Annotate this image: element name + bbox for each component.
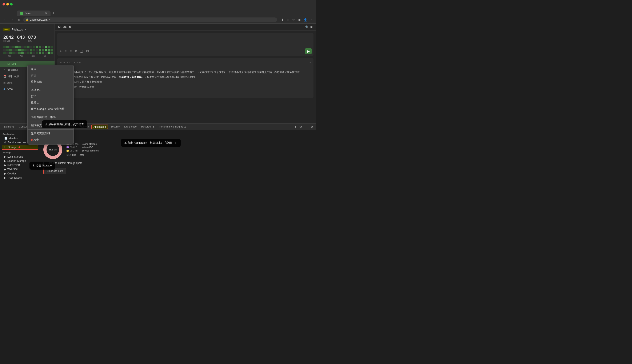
hm-cell [12,46,15,48]
ctx-back[interactable]: 返回 [28,66,74,72]
nav-memo-label: MEMO [7,62,16,66]
ctx-reload[interactable]: 重新加载 [28,79,74,85]
dt-storage-label: Storage [8,146,17,149]
hash-button[interactable]: # [59,49,62,53]
download-icon[interactable]: ⬇ [280,18,285,22]
hm-cell [33,48,35,51]
dt-item-local-storage[interactable]: ▶ Local Storage [0,155,40,159]
close-button[interactable] [3,3,5,6]
hm-cell [30,48,33,51]
sidebar-icon[interactable]: ▣ [297,18,301,22]
back-button[interactable]: ← [2,17,8,22]
lock-icon: 🔒 [26,18,29,21]
bookmark-icon[interactable]: ☆ [291,18,296,22]
hm-cell [45,46,47,48]
share-icon[interactable]: ⬆ [286,18,290,22]
ctx-view-source[interactable]: 显示网页源代码 [28,130,74,137]
hm-cell [15,48,18,51]
search-icon[interactable]: 🔍 [305,26,309,28]
memo-title-text: MEMO [58,25,67,28]
dt-item-trust-tokens[interactable]: ▶ Trust Tokens [0,176,40,180]
ctx-separator-2 [28,113,74,113]
url-text: v.flomoapp.com/? [30,18,50,21]
hm-cell [15,46,18,48]
ctx-save[interactable]: 存储为... [28,87,74,93]
memo-card-title: 反向定位： [60,65,311,69]
more-icon[interactable]: ⋮ [309,18,314,22]
hm-cell [18,46,21,48]
dt-item-cookies[interactable]: ▶ Cookies [0,172,40,176]
hm-cell [42,52,44,54]
stat-day: 873 DAY [28,34,36,42]
tag-icon: ◆ [3,88,5,90]
main-area: PRO Plidezus ▼ 2842 MEMO 643 TAG 873 DAY [0,24,316,182]
nav-area-label: Area [7,87,13,90]
browser-tab-flomo[interactable]: flomo ✕ [17,10,51,16]
heatmap: 6月 7月 8月 9月 [0,44,55,60]
tab-title: flomo [25,12,31,15]
ctx-separator-1 [28,86,74,86]
settings-icon[interactable]: ⚙ [299,125,303,129]
reload-button[interactable]: ↻ [17,17,22,22]
hm-cell [18,48,21,51]
dt-tab-perf-insights[interactable]: Performance insights ▲ [158,124,189,130]
send-button[interactable]: ▶ [305,48,312,54]
filter-icon[interactable]: ⊞ [310,26,313,28]
numbered-button[interactable]: ≡ [69,49,73,53]
clear-btn-container: Clear site data [43,168,313,174]
underline-button[interactable]: U [80,49,83,53]
hm-cell [42,46,44,48]
url-bar[interactable]: 🔒 v.flomoapp.com/? [23,18,277,22]
hm-label-7: 7月 [20,55,23,58]
websql-icon: ▶ [4,168,6,171]
more-options-icon[interactable]: ⋮ [304,125,309,129]
indexeddb-icon: ▶ [4,164,6,167]
address-bar: ← → ↻ 🔒 v.flomoapp.com/? ⬇ ⬆ ☆ ▣ 👤 ⋮ [0,16,316,24]
context-menu: 返回 前进 重新加载 存储为... 打印... 投放... 使用 Google … [27,64,74,144]
minimize-button[interactable] [6,3,9,6]
hm-cell [24,52,27,54]
bold-button[interactable]: B [74,49,78,53]
storage-total: 65.1 MB Total [67,154,99,156]
hm-cell [18,52,21,54]
heatmap-grid [3,46,51,54]
dt-sw-label: Service Workers [8,141,26,144]
hm-cell [36,48,38,51]
dt-item-storage[interactable]: 🗄 Storage [2,145,38,150]
maximize-button[interactable] [10,3,13,6]
ctx-forward[interactable]: 前进 [28,72,74,79]
hm-cell [21,48,24,51]
step-3-text: 3. 点击 Storage [33,164,52,167]
memo-more-button[interactable]: ··· [309,61,311,64]
memo-card-header: 2022-08-31 15:14:21 ··· [60,61,311,64]
ctx-print[interactable]: 打印... [28,93,74,100]
hm-cell [45,52,47,54]
ctx-qrcode[interactable]: 为此页面创建二维码 [28,114,74,120]
hm-cell [30,52,33,54]
ctx-cast[interactable]: 投放... [28,100,74,106]
idb-size: 398 kB [70,146,81,148]
dt-tab-lighthouse[interactable]: Lighthouse [122,124,139,130]
forward-button[interactable]: → [9,17,15,22]
dt-tab-elements[interactable]: Elements [2,124,17,130]
ctx-inspect[interactable]: 检查 [28,137,74,143]
hm-cell [48,52,50,54]
dt-tab-recorder[interactable]: Recorder ▲ [139,124,157,130]
hm-label-9: 9月 [44,55,47,58]
hm-cell [9,46,12,48]
tab-close-icon[interactable]: ✕ [45,12,47,15]
hm-cell [3,52,6,54]
new-tab-button[interactable]: + [51,10,57,16]
close-devtools-icon[interactable]: ✕ [310,125,314,129]
storage-red-dot [19,146,20,148]
dt-tab-application[interactable]: Application [91,124,108,129]
account-icon[interactable]: 👤 [303,18,308,22]
image-button[interactable]: 🖼 [85,49,90,53]
memo-text-input[interactable] [59,35,312,45]
memo-refresh-icon[interactable]: ↻ [69,25,71,28]
dt-tab-security[interactable]: Security [109,124,122,130]
bullet-button[interactable]: ≡ [64,49,67,53]
browser-actions: ⬇ ⬆ ☆ ▣ 👤 ⋮ [280,18,314,22]
ctx-google-lens[interactable]: 使用 Google Lens 搜索图片 [28,106,74,112]
memo-count: 2842 [3,34,14,40]
